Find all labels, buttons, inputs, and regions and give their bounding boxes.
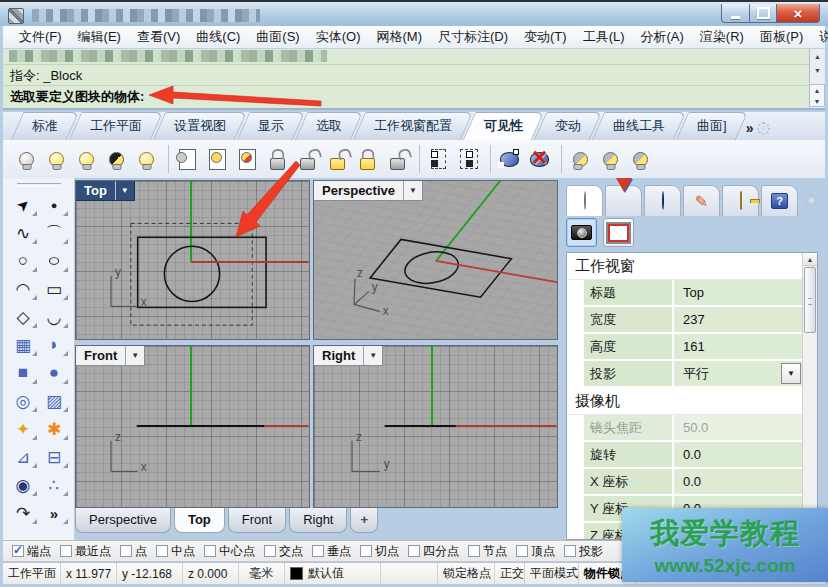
property-value[interactable]: Top [674,280,802,305]
scrollbar-thumb[interactable] [804,267,816,333]
menu-item[interactable]: 渲染(R) [692,26,752,48]
command-area[interactable]: 指令: _Block 选取要定义图块的物体: [3,49,825,110]
invert-hidden-icon[interactable] [133,145,160,173]
sphere-icon[interactable]: ● [39,359,70,387]
viewport-properties-button[interactable] [603,218,634,247]
boolean-union-icon[interactable]: ✦ [8,415,39,443]
point-cloud-icon[interactable]: ∴ [39,471,70,499]
osnap-toggle[interactable]: 点 [120,543,147,560]
status-cell[interactable]: 正交 [495,563,525,584]
command-scrollbar[interactable] [809,49,825,108]
chevron-down-icon[interactable]: ▼ [115,181,134,200]
explode-icon[interactable]: ✱ [39,415,70,443]
osnap-toggle[interactable]: 垂点 [312,543,351,560]
interpolate-curve-icon[interactable]: ⌒ [39,219,70,247]
layer-bulb-2-icon[interactable] [597,145,624,173]
prompt-scrollbar[interactable] [809,84,825,107]
toolbar-tab[interactable]: 设置视图 [153,112,247,140]
arc-icon[interactable]: ◠ [8,275,39,303]
menu-item[interactable]: 查看(V) [129,26,188,48]
menu-item[interactable]: 曲线(C) [188,26,248,48]
unlock-objects-icon[interactable] [294,145,321,173]
viewport-title-right[interactable]: Right ▼ [314,346,383,366]
menu-item[interactable]: 实体(O) [308,26,369,48]
files-tab[interactable] [722,185,759,216]
chevron-down-icon[interactable]: ▼ [363,346,382,365]
more-tools-icon[interactable]: » [39,499,70,527]
property-value[interactable]: 0.0 [674,469,802,494]
osnap-toggle[interactable]: 中心点 [204,543,255,560]
layers-tab[interactable] [605,185,642,216]
checkbox-icon[interactable] [60,545,72,557]
show-in-detail-icon[interactable] [204,145,231,173]
menu-item[interactable]: 说明(H) [811,26,828,48]
toolbar-tab[interactable]: 工作平面 [69,112,163,140]
render-tab[interactable] [644,185,681,216]
menu-item[interactable]: 曲面(S) [248,26,307,48]
edit-points-on-icon[interactable] [455,145,482,173]
hide-objects-icon[interactable] [13,145,40,173]
cylinder-icon[interactable]: ◎ [8,387,39,415]
scroll-up-icon[interactable] [810,85,824,96]
close-button[interactable] [777,4,820,23]
curve-boolean-icon[interactable]: ◉ [8,471,39,499]
toolbar-tab[interactable]: 曲线工具 [592,112,686,140]
toolbar-grip[interactable] [17,183,61,187]
control-points-on-icon[interactable] [419,145,452,173]
rectangle-icon[interactable]: ▭ [39,275,70,303]
osnap-toggle[interactable]: 投影 [564,543,603,560]
dropdown-button[interactable] [781,363,801,384]
menu-item[interactable]: 分析(A) [633,26,692,48]
osnap-toggle[interactable]: 最近点 [60,543,111,560]
notes-tab[interactable] [683,185,720,216]
menu-item[interactable]: 文件(F) [11,26,70,48]
hide-in-detail-icon[interactable] [168,145,201,173]
checkbox-icon[interactable] [516,545,528,557]
select-cursor-icon[interactable]: ➤ [8,191,39,219]
menu-item[interactable]: 面板(P) [752,26,811,48]
circle-icon[interactable]: ○ [8,247,39,275]
checkbox-icon[interactable] [156,545,168,557]
tab-overflow-chevron[interactable]: » [746,120,754,136]
points-on-object-icon[interactable] [490,145,523,173]
show-objects-icon[interactable] [43,145,70,173]
help-tab[interactable] [761,185,798,216]
gear-icon[interactable] [805,194,818,207]
property-value[interactable]: 50.0 [674,415,802,440]
toolbar-tab[interactable]: 工作视窗配置 [353,112,473,140]
viewport-top[interactable]: y x Top ▼ [75,180,310,340]
scroll-down-icon[interactable] [810,96,824,107]
viewport-tab[interactable]: Front [228,508,286,533]
viewport-perspective[interactable]: z y x Perspective ▼ [313,180,558,340]
osnap-toggle[interactable]: 顶点 [516,543,555,560]
show-selected-in-detail-icon[interactable] [234,145,261,173]
viewport-title-top[interactable]: Top ▼ [76,181,135,201]
scroll-up-icon[interactable] [810,49,825,63]
osnap-toggle[interactable]: 切点 [360,543,399,560]
checkbox-icon[interactable] [468,545,480,557]
camera-properties-button[interactable] [566,218,597,247]
toolbar-tab[interactable]: 选取 [295,112,363,140]
checkbox-icon[interactable] [264,545,276,557]
status-cell[interactable]: 工作平面 [3,563,61,584]
maximize-button[interactable] [750,4,777,23]
adjust-curve-icon[interactable]: ↷ [8,499,39,527]
viewport-front[interactable]: z x Front ▼ [75,345,310,508]
viewport-right[interactable]: z y Right ▼ [313,345,558,508]
circle-curve[interactable] [164,246,219,301]
toolbar-tab[interactable]: 显示 [237,112,305,140]
osnap-toggle[interactable]: 四分点 [408,543,459,560]
surface-control-points-icon[interactable]: ▦ [8,331,39,359]
menu-item[interactable]: 工具(L) [575,26,633,48]
gear-icon[interactable] [757,122,770,135]
osnap-toggle[interactable]: 中点 [156,543,195,560]
ellipse-icon[interactable]: ○ [39,247,70,275]
scroll-down-icon[interactable] [810,63,825,77]
menu-item[interactable]: 尺寸标注(D) [430,26,516,48]
checkbox-icon[interactable] [312,545,324,557]
checkbox-icon[interactable] [564,545,576,557]
toolbar-tab[interactable]: 曲面] [676,112,748,140]
title-bar[interactable] [0,0,828,26]
mesh-surface-icon[interactable]: ▨ [39,387,70,415]
layer-bulb-1-icon[interactable] [561,145,594,173]
